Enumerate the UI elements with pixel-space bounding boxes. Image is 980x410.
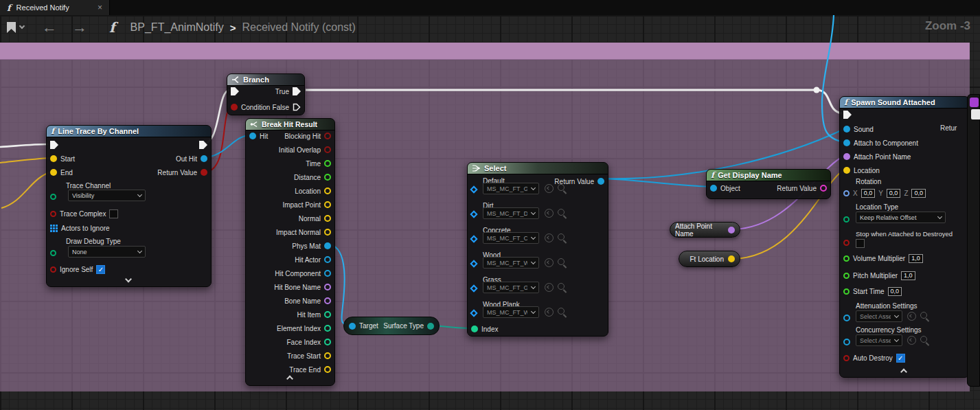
concrete-pin[interactable] [470, 235, 477, 242]
location-type-dropdown[interactable]: Keep Relative Offset [856, 212, 946, 223]
out-hit-pin[interactable] [201, 155, 207, 162]
ignore-self-checkbox[interactable]: ✓ [96, 265, 105, 274]
object-pin[interactable] [710, 185, 717, 192]
stop-when-attached-pin[interactable] [843, 240, 850, 246]
dirt-pin[interactable] [470, 210, 477, 218]
trace-start-pin[interactable] [324, 352, 331, 359]
location-pin[interactable] [843, 167, 850, 174]
return-value-pin[interactable] [201, 169, 207, 176]
spawn-sound-header[interactable]: f Spawn Sound Attached [840, 97, 969, 109]
exec-pin[interactable] [971, 109, 980, 119]
sound-pin[interactable] [843, 126, 850, 133]
bone-name-pin[interactable] [324, 297, 331, 304]
volume-multiplier-pin[interactable] [843, 255, 850, 262]
end-pin[interactable] [50, 169, 57, 176]
browse-asset-icon[interactable] [558, 209, 565, 216]
wood-asset-dropdown[interactable]: MS_MC_FT_Woo [483, 257, 539, 269]
branch-header[interactable]: Branch [227, 74, 304, 86]
grass-asset-dropdown[interactable]: MS_MC_FT_Gras [483, 282, 539, 293]
use-selected-asset-icon[interactable] [545, 258, 554, 267]
concurrency-asset-dropdown[interactable]: Select Asset [856, 334, 902, 346]
use-selected-asset-icon[interactable] [545, 283, 554, 292]
wood-plank-asset-dropdown[interactable]: MS_MC_FT_Woo [483, 306, 539, 318]
exec-in-pin[interactable] [50, 141, 58, 149]
collapse-node-icon[interactable] [902, 367, 908, 373]
draw-debug-pin[interactable] [50, 250, 56, 256]
draw-debug-dropdown[interactable]: None [68, 246, 146, 258]
select-header[interactable]: Select [468, 163, 608, 174]
node-break-hit-result[interactable]: Break Hit Result Hit Blocking Hit Initia… [245, 118, 335, 386]
condition-pin[interactable] [231, 104, 238, 111]
time-pin[interactable] [324, 160, 331, 167]
use-selected-asset-icon[interactable] [907, 336, 916, 345]
element-index-pin[interactable] [324, 325, 331, 332]
get-display-name-header[interactable]: f Get Display Name [707, 170, 830, 181]
location-type-pin[interactable] [843, 216, 850, 223]
trace-complex-pin[interactable] [50, 211, 56, 217]
impact-point-pin[interactable] [324, 201, 331, 208]
breadcrumb-root[interactable]: BP_FT_AnimNotify [130, 21, 224, 34]
start-time-pin[interactable] [843, 288, 850, 295]
attach-point-name-pin[interactable] [843, 153, 850, 160]
rotation-y-field[interactable]: 0,0 [887, 189, 901, 198]
attenuation-settings-pin[interactable] [843, 315, 850, 321]
pitch-multiplier-field[interactable]: 1,0 [901, 271, 915, 280]
rotation-z-field[interactable]: 0,0 [911, 189, 926, 198]
attenuation-asset-dropdown[interactable]: Select Asset [856, 310, 902, 322]
tab-received-notify[interactable]: f Received Notify × [0, 0, 110, 15]
default-pin[interactable] [470, 185, 477, 193]
node-spawn-sound-attached[interactable]: f Spawn Sound Attached Retur Sound Attac… [839, 96, 970, 378]
blocking-hit-pin[interactable] [324, 133, 331, 139]
use-selected-asset-icon[interactable] [545, 308, 554, 317]
bookmark-icon[interactable] [7, 22, 16, 33]
wood-pin[interactable] [470, 260, 477, 267]
wood-plank-pin[interactable] [470, 309, 477, 317]
array-pin-icon[interactable] [50, 225, 58, 232]
browse-asset-icon[interactable] [558, 234, 565, 240]
ignore-self-pin[interactable] [50, 266, 56, 273]
node-select[interactable]: Select Return Value Default MS_MC_FT_Gra… [467, 162, 608, 337]
default-asset-dropdown[interactable]: MS_MC_FT_Gras [483, 183, 539, 194]
attach-to-component-pin[interactable] [843, 139, 850, 146]
hit-component-pin[interactable] [324, 270, 331, 277]
attach-point-name-out-pin[interactable] [728, 227, 735, 234]
surface-type-pin[interactable] [427, 323, 434, 330]
rotation-x-field[interactable]: 0,0 [861, 189, 876, 198]
back-arrow-icon[interactable]: ← [42, 21, 57, 34]
use-selected-asset-icon[interactable] [545, 184, 554, 193]
impact-normal-pin[interactable] [324, 229, 331, 236]
phys-mat-pin[interactable] [324, 242, 331, 249]
close-tab-icon[interactable]: × [98, 3, 102, 12]
start-time-field[interactable]: 0,0 [888, 287, 902, 296]
rotation-pin[interactable] [843, 190, 850, 196]
dirt-asset-dropdown[interactable]: MS_MC_FT_Dirt [483, 207, 539, 219]
ft-location-out-pin[interactable] [728, 255, 735, 262]
node-attach-point-name-getter[interactable]: Attach Point Name [670, 222, 740, 238]
false-exec-pin[interactable] [293, 103, 301, 111]
volume-multiplier-field[interactable]: 1,0 [909, 254, 923, 263]
bookmark-dropdown-icon[interactable] [19, 23, 25, 29]
browse-asset-icon[interactable] [558, 184, 565, 191]
node-branch[interactable]: Branch True Condition False [227, 73, 305, 115]
concurrency-settings-pin[interactable] [843, 339, 850, 345]
hit-actor-pin[interactable] [324, 256, 331, 263]
trace-channel-dropdown[interactable]: Visibility [68, 190, 146, 201]
normal-pin[interactable] [324, 215, 331, 222]
break-hit-header[interactable]: Break Hit Result [246, 119, 334, 130]
node-get-display-name[interactable]: f Get Display Name Object Return Value [706, 169, 831, 199]
true-exec-pin[interactable] [293, 87, 301, 95]
return-value-pin[interactable] [597, 178, 604, 185]
browse-asset-icon[interactable] [920, 312, 927, 319]
distance-pin[interactable] [324, 174, 331, 181]
exec-in-pin[interactable] [843, 111, 852, 119]
use-selected-asset-icon[interactable] [545, 234, 554, 242]
return-value-pin[interactable] [820, 185, 827, 192]
face-index-pin[interactable] [324, 339, 331, 345]
node-ft-location-getter[interactable]: Ft Location [679, 251, 740, 267]
trace-end-pin[interactable] [324, 366, 331, 373]
collapse-node-icon[interactable] [126, 277, 132, 283]
initial-overlap-pin[interactable] [324, 146, 331, 153]
use-selected-asset-icon[interactable] [545, 209, 554, 218]
index-pin[interactable] [471, 326, 478, 332]
start-pin[interactable] [50, 155, 57, 162]
